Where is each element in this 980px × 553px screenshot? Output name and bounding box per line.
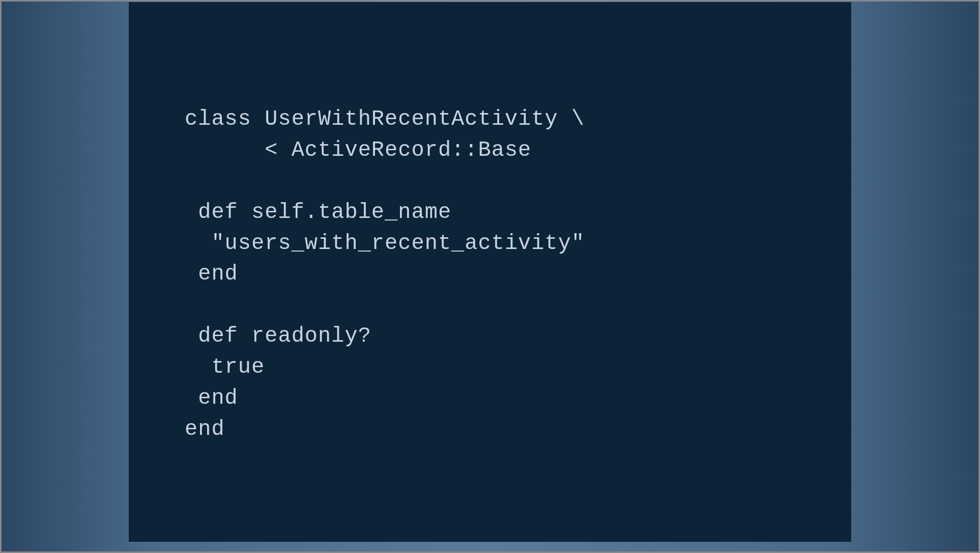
code-line-6: end xyxy=(185,262,238,286)
code-line-4: def self.table_name xyxy=(185,200,451,225)
code-line-8: def readonly? xyxy=(185,324,371,348)
code-line-11: end xyxy=(185,417,225,441)
slide-panel: class UserWithRecentActivity \ < ActiveR… xyxy=(129,2,851,542)
code-line-9: true xyxy=(185,355,265,379)
code-line-2: < ActiveRecord::Base xyxy=(185,138,531,162)
code-line-10: end xyxy=(185,386,238,410)
code-line-5: "users_with_recent_activity" xyxy=(185,231,585,256)
code-block: class UserWithRecentActivity \ < ActiveR… xyxy=(185,104,800,445)
code-line-1: class UserWithRecentActivity \ xyxy=(185,107,585,131)
